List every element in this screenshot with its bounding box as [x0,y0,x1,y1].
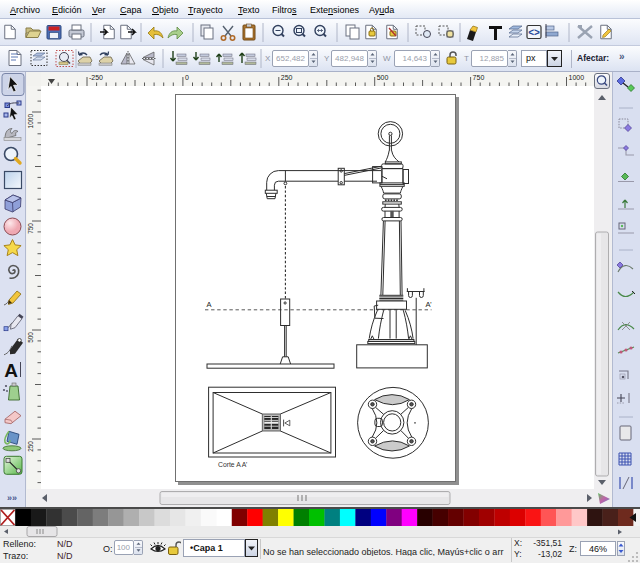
svg-text:1000: 1000 [27,114,34,129]
svg-text:250: 250 [281,74,293,81]
svg-text:<>: <> [528,27,540,38]
svg-text:A: A [4,360,18,381]
svg-text:0: 0 [185,74,189,81]
svg-text:250: 250 [27,441,34,452]
svg-text:750: 750 [27,223,34,234]
svg-text:A: A [207,300,212,309]
svg-text:Corte A A’: Corte A A’ [218,461,248,468]
svg-text:750: 750 [473,74,485,81]
svg-text:1000: 1000 [569,74,585,81]
svg-text:A’: A’ [426,300,432,309]
svg-text:»»: »» [7,493,17,503]
svg-text:500: 500 [27,332,34,343]
svg-text:500: 500 [377,74,389,81]
svg-text:-250: -250 [89,74,103,81]
